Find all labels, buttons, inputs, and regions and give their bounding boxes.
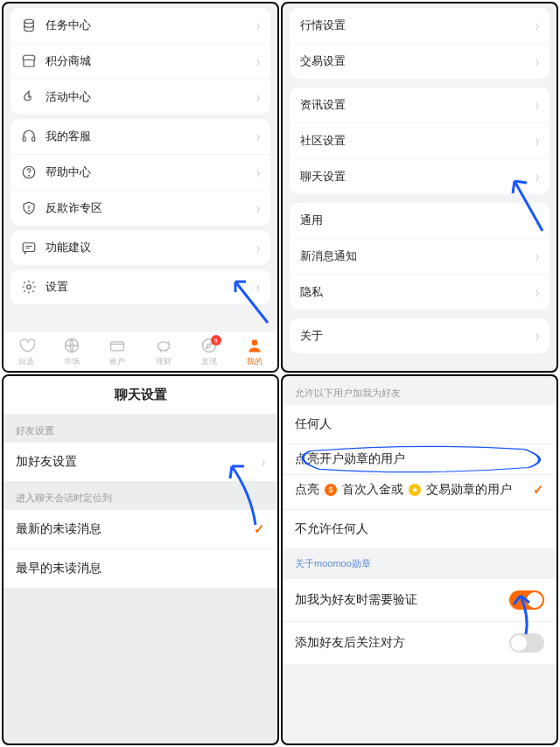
- tab-wealth[interactable]: 理财: [155, 337, 172, 367]
- panel-chat-settings: 聊天设置 好友设置 加好友设置 › 进入聊天会话时定位到 最新的未读消息 ✓ 最…: [2, 374, 279, 745]
- panel-friend-request-settings: 允许以下用户加我为好友 任何人 点亮开户勋章的用户 点亮 $ 首次入金或 ★ 交…: [281, 374, 558, 745]
- chevron-right-icon: ›: [536, 52, 539, 71]
- row-settings[interactable]: 设置 ›: [10, 269, 270, 304]
- check-icon: ✓: [533, 482, 544, 498]
- check-icon: ✓: [254, 521, 265, 537]
- badge-count: 9: [211, 335, 221, 346]
- tab-discover[interactable]: 9发现: [200, 337, 218, 367]
- tab-watchlist[interactable]: 自选: [18, 337, 35, 367]
- svg-point-10: [158, 342, 169, 351]
- row-general[interactable]: 通用›: [290, 203, 550, 238]
- flame-icon: [21, 89, 37, 105]
- row-news-settings[interactable]: 资讯设置›: [290, 87, 550, 122]
- row-help-center[interactable]: 帮助中心 ›: [10, 154, 270, 190]
- svg-point-12: [252, 339, 258, 346]
- row-account-badge-users[interactable]: 点亮开户勋章的用户: [283, 443, 556, 474]
- svg-point-4: [29, 175, 30, 176]
- heart-icon: [18, 337, 35, 354]
- globe-icon: [63, 337, 80, 354]
- row-activity-center[interactable]: 活动中心 ›: [10, 79, 270, 115]
- feedback-icon: [21, 240, 37, 255]
- chevron-right-icon: ›: [256, 88, 260, 107]
- row-label: 帮助中心: [46, 164, 256, 180]
- svg-rect-9: [111, 342, 124, 351]
- row-feature-suggest[interactable]: 功能建议 ›: [10, 230, 270, 265]
- chevron-right-icon: ›: [536, 212, 539, 230]
- group-feedback: 功能建议 ›: [10, 230, 270, 265]
- row-task-center[interactable]: 任务中心 ›: [10, 8, 270, 43]
- chevron-right-icon: ›: [256, 239, 260, 257]
- chevron-right-icon: ›: [536, 17, 539, 35]
- row-label: 任务中心: [46, 17, 256, 33]
- row-label: 积分商城: [46, 53, 256, 69]
- tab-account[interactable]: 账户: [108, 337, 126, 367]
- trade-badge-icon: ★: [409, 484, 421, 496]
- headset-icon: [21, 129, 37, 144]
- panel-settings-list: 行情设置› 交易设置› 资讯设置› 社区设置› 聊天设置› 通用› 新消息通知›…: [281, 2, 558, 373]
- group-settings: 设置 ›: [10, 269, 270, 304]
- chevron-right-icon: ›: [256, 52, 260, 71]
- row-anyone[interactable]: 任何人: [283, 405, 556, 443]
- svg-point-7: [27, 285, 32, 290]
- chevron-right-icon: ›: [256, 199, 260, 218]
- deposit-badge-icon: $: [325, 484, 337, 496]
- row-notifications[interactable]: 新消息通知›: [290, 238, 550, 274]
- row-require-verification: 加我为好友时需要验证: [283, 579, 556, 621]
- chevron-right-icon: ›: [536, 248, 539, 266]
- chevron-right-icon: ›: [256, 164, 260, 182]
- chevron-right-icon: ›: [536, 132, 539, 150]
- row-deposit-trade-badge-users[interactable]: 点亮 $ 首次入金或 ★ 交易勋章的用户 ✓: [283, 474, 556, 509]
- row-label: 反欺诈专区: [46, 200, 256, 216]
- section-header: 进入聊天会话时定位到: [4, 481, 277, 510]
- row-about[interactable]: 关于›: [290, 318, 550, 353]
- chevron-right-icon: ›: [536, 283, 539, 302]
- svg-point-5: [29, 211, 30, 212]
- row-trade-settings[interactable]: 交易设置›: [290, 43, 550, 79]
- row-market-settings[interactable]: 行情设置›: [290, 8, 550, 43]
- row-privacy[interactable]: 隐私›: [290, 274, 550, 310]
- chevron-right-icon: ›: [256, 17, 260, 35]
- wallet-icon: [108, 337, 126, 354]
- chevron-right-icon: ›: [536, 327, 539, 346]
- toggle-follow[interactable]: [509, 633, 544, 653]
- row-follow-after-add: 添加好友后关注对方: [283, 621, 556, 664]
- chevron-right-icon: ›: [256, 128, 260, 146]
- tab-my[interactable]: 我的: [246, 337, 263, 367]
- svg-point-0: [24, 19, 34, 24]
- row-customer-service[interactable]: 我的客服 ›: [10, 119, 270, 154]
- row-add-friend-settings[interactable]: 加好友设置 ›: [4, 443, 277, 481]
- row-label: 功能建议: [46, 240, 256, 255]
- group-tasks: 任务中心 › 积分商城 › 活动中心 ›: [10, 8, 270, 115]
- chevron-right-icon: ›: [256, 278, 260, 297]
- row-nobody[interactable]: 不允许任何人: [283, 509, 556, 548]
- link-about-badges[interactable]: 关于moomoo勋章: [283, 548, 556, 579]
- row-fraud-zone[interactable]: 反欺诈专区 ›: [10, 190, 270, 226]
- page-title: 聊天设置: [4, 376, 277, 414]
- row-label: 我的客服: [46, 129, 256, 144]
- gear-icon: [21, 279, 37, 295]
- row-earliest-unread[interactable]: 最早的未读消息: [4, 548, 277, 588]
- person-icon: [246, 337, 263, 354]
- section-header: 好友设置: [4, 414, 277, 443]
- help-icon: [21, 164, 37, 180]
- section-header: 允许以下用户加我为好友: [283, 376, 556, 405]
- svg-rect-6: [23, 243, 35, 252]
- row-label: 设置: [46, 279, 256, 295]
- group-support: 我的客服 › 帮助中心 › 反欺诈专区 ›: [10, 119, 270, 226]
- chevron-right-icon: ›: [536, 96, 539, 115]
- row-community-settings[interactable]: 社区设置›: [290, 122, 550, 158]
- toggle-verification[interactable]: [509, 590, 544, 610]
- row-chat-settings[interactable]: 聊天设置›: [290, 158, 550, 194]
- tab-market[interactable]: 市场: [63, 337, 80, 367]
- svg-rect-1: [23, 137, 25, 142]
- piggy-icon: [155, 337, 172, 354]
- stack-icon: [21, 17, 37, 33]
- panel-my-page: 任务中心 › 积分商城 › 活动中心 › 我的客服 › 帮助中心: [2, 2, 279, 373]
- chevron-right-icon: ›: [536, 168, 539, 186]
- shield-icon: [21, 200, 37, 216]
- row-points-mall[interactable]: 积分商城 ›: [10, 43, 270, 79]
- row-label: 活动中心: [46, 89, 256, 105]
- chevron-right-icon: ›: [262, 453, 265, 471]
- bottom-tabbar: 自选 市场 账户 理财 9发现 我的: [4, 331, 277, 371]
- row-latest-unread[interactable]: 最新的未读消息 ✓: [4, 510, 277, 548]
